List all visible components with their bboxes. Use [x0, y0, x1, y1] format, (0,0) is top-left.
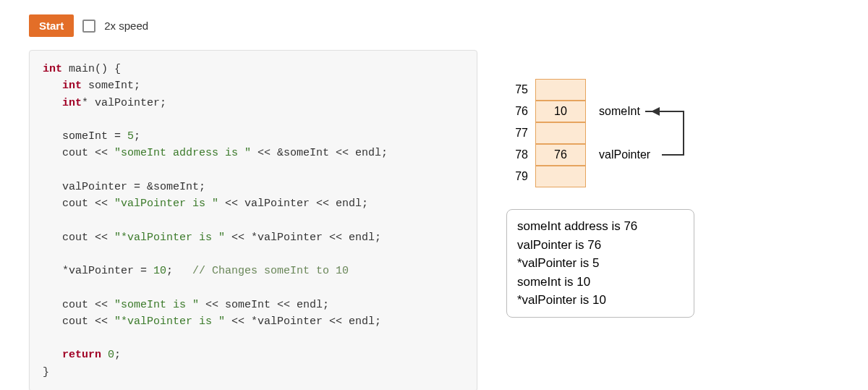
output-line: *valPointer is 10: [517, 291, 684, 310]
memory-label: valPointer: [599, 148, 650, 161]
memory-cell: [535, 122, 586, 144]
memory-address: 77: [506, 127, 535, 140]
start-button[interactable]: Start: [29, 14, 74, 37]
output-line: valPointer is 76: [517, 236, 684, 255]
memory-row: 75: [506, 79, 694, 101]
memory-row: 76 10 someInt: [506, 101, 694, 122]
output-line: someInt is 10: [517, 273, 684, 292]
speed-checkbox[interactable]: [82, 20, 95, 33]
memory-cell: 76: [535, 144, 586, 166]
memory-row: 78 76 valPointer: [506, 144, 694, 166]
memory-row: 79: [506, 166, 694, 187]
output-box: someInt address is 76 valPointer is 76 *…: [506, 209, 694, 318]
output-line: *valPointer is 5: [517, 254, 684, 273]
memory-address: 75: [506, 83, 535, 96]
memory-cell: [535, 166, 586, 187]
memory-label: someInt: [599, 105, 640, 118]
memory-diagram: 75 76 10 someInt 77 78 76 valPointer 79: [506, 79, 694, 187]
speed-label: 2x speed: [104, 20, 148, 32]
code-listing: int main() { int someInt; int* valPointe…: [43, 61, 464, 381]
controls-bar: Start 2x speed: [29, 14, 839, 37]
visualization-panel: 75 76 10 someInt 77 78 76 valPointer 79: [506, 50, 694, 318]
memory-cell: [535, 79, 586, 101]
output-line: someInt address is 76: [517, 217, 684, 236]
memory-address: 79: [506, 170, 535, 183]
code-panel: int main() { int someInt; int* valPointe…: [29, 50, 477, 390]
memory-cell: 10: [535, 101, 586, 122]
memory-address: 78: [506, 148, 535, 161]
memory-address: 76: [506, 105, 535, 118]
memory-row: 77: [506, 122, 694, 144]
